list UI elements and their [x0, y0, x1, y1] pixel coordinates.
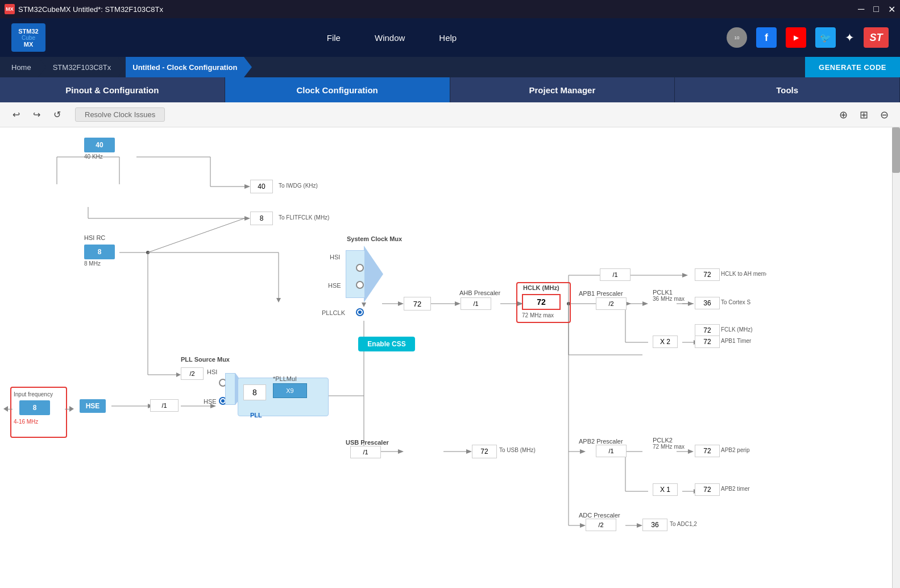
svg-point-11 — [146, 251, 150, 254]
generate-code-button[interactable]: GENERATE CODE — [805, 57, 900, 77]
file-menu[interactable]: File — [327, 33, 341, 43]
svg-marker-14 — [176, 372, 181, 377]
apb1-x2-box: X 2 — [653, 336, 678, 348]
lsi-freq-label: 40 KHz — [84, 154, 103, 160]
hsi-rc-label: HSI RC — [84, 234, 105, 241]
apb1-timer-label: APB1 Timer — [721, 338, 751, 344]
svg-marker-70 — [398, 449, 404, 454]
scroll-thumb[interactable] — [892, 127, 900, 173]
hse-radio[interactable] — [356, 281, 364, 289]
titlebar-left: MX STM32CubeMX Untitled*: STM32F103C8Tx — [5, 4, 163, 14]
titlebar: MX STM32CubeMX Untitled*: STM32F103C8Tx … — [0, 0, 900, 18]
apb2-timer-box: 72 — [695, 483, 720, 496]
usb-value-box: 72 — [472, 445, 497, 458]
pllmul-label: *PLLMul — [273, 375, 297, 382]
usb-div-select[interactable]: /1 — [350, 446, 381, 458]
usb-prescaler-label: USB Prescaler — [346, 439, 389, 446]
app-logo: MX — [5, 4, 15, 14]
hsi-freq-label: 8 MHz — [84, 260, 101, 267]
undo-button[interactable]: ↩ — [7, 106, 25, 124]
apb2-prescaler-label: APB2 Prescaler — [579, 438, 623, 445]
hsi-rc-box[interactable]: 8 — [84, 245, 115, 259]
usb-label: To USB (MHz) — [499, 447, 536, 453]
apb2-periph-box: 72 — [695, 445, 720, 457]
to-flitfclk-box: 8 — [250, 212, 273, 225]
breadcrumb-home[interactable]: Home — [5, 57, 38, 77]
zoom-out-button[interactable]: ⊖ — [875, 106, 893, 124]
reset-button[interactable]: ↺ — [48, 106, 66, 124]
tab-tools[interactable]: Tools — [675, 77, 900, 102]
redo-button[interactable]: ↪ — [27, 106, 45, 124]
pll-hsi-label: HSI — [207, 368, 217, 375]
svg-marker-65 — [580, 523, 586, 528]
pllclk-mux-label: PLLCLK — [322, 309, 345, 316]
menubar: STM32 Cube MX File Window Help 10 f ▶ 🐦 … — [0, 18, 900, 57]
cortex-div-select[interactable]: /1 — [600, 268, 631, 281]
help-menu[interactable]: Help — [439, 33, 457, 43]
ahb-prescaler-label: AHB Prescaler — [459, 289, 500, 296]
hsi-radio[interactable] — [356, 264, 364, 272]
hclk-max-label: 72 MHz max — [522, 312, 554, 318]
fclk-box: 72 — [695, 324, 720, 337]
hclk-ah-label: HCLK to AH memory an — [721, 271, 766, 277]
lsi-value-box[interactable]: 40 — [84, 138, 115, 152]
twitter-icon[interactable]: 🐦 — [815, 27, 836, 48]
hse-box[interactable]: HSE — [80, 399, 106, 413]
tab-pinout[interactable]: Pinout & Configuration — [0, 77, 225, 102]
svg-marker-58 — [688, 449, 694, 454]
window-controls[interactable]: ─ □ ✕ — [858, 4, 895, 15]
sysclk-mux-body — [346, 250, 365, 298]
zoom-in-button[interactable]: ⊕ — [834, 106, 852, 124]
star-icon[interactable]: ✦ — [845, 31, 855, 44]
resolve-clock-button[interactable]: Resolve Clock Issues — [75, 107, 165, 122]
apb1-periph-box: 36 — [695, 297, 720, 309]
scrollbar[interactable] — [892, 127, 900, 588]
hsi-mux-label: HSI — [330, 254, 340, 260]
menu-items: File Window Help — [80, 33, 704, 43]
pllmul-select[interactable]: X9 — [273, 383, 307, 398]
close-button[interactable]: ✕ — [888, 4, 895, 15]
hse-div1-select[interactable]: /1 — [150, 399, 179, 412]
sysclk-box[interactable]: 72 — [404, 297, 431, 310]
pll-label: PLL — [250, 412, 262, 419]
st-icon[interactable]: ST — [864, 27, 889, 48]
pclk1-label: PCLK1 — [653, 289, 673, 296]
fit-button[interactable]: ⊞ — [855, 106, 873, 124]
minimize-button[interactable]: ─ — [858, 4, 864, 15]
svg-marker-9 — [244, 216, 250, 221]
breadcrumb-chip[interactable]: STM32F103C8Tx — [46, 57, 118, 77]
svg-marker-42 — [682, 273, 688, 278]
hclk-input[interactable]: 72 — [522, 294, 561, 310]
cortex-label: To Cortex S — [721, 299, 750, 305]
app-logo-area: STM32 Cube MX — [11, 23, 45, 52]
facebook-icon[interactable]: f — [756, 27, 777, 48]
svg-marker-67 — [637, 523, 642, 528]
to-iwdg-label: To IWDG (KHz) — [279, 183, 318, 189]
pll-value-box[interactable]: 8 — [243, 384, 266, 400]
tab-clock[interactable]: Clock Configuration — [225, 77, 450, 102]
svg-marker-27 — [362, 303, 366, 307]
input-freq-value[interactable]: 8 — [19, 400, 50, 415]
pclk1-max-label: 36 MHz max — [653, 296, 685, 302]
badge-icon: 10 — [727, 27, 747, 48]
ahb-div-select[interactable]: /1 — [461, 297, 491, 310]
diagram-toolbar: ↩ ↪ ↺ Resolve Clock Issues ⊕ ⊞ ⊖ — [0, 102, 900, 127]
svg-marker-49 — [688, 301, 694, 306]
maximize-button[interactable]: □ — [873, 4, 879, 15]
pllclk-radio[interactable] — [356, 308, 364, 316]
pll-hse-label: HSE — [204, 398, 217, 405]
input-freq-box: Input frequency 8 4-16 MHz — [10, 387, 67, 438]
window-menu[interactable]: Window — [375, 33, 405, 43]
tab-project[interactable]: Project Manager — [450, 77, 675, 102]
breadcrumb-config[interactable]: Untitled - Clock Configuration — [126, 57, 244, 77]
apb1-div-select[interactable]: /2 — [596, 297, 627, 310]
youtube-icon[interactable]: ▶ — [786, 27, 806, 48]
adc-div-select[interactable]: /2 — [586, 519, 616, 531]
clock-diagram: 40 40 KHz 40 To IWDG (KHz) 8 To FLITFCLK… — [0, 127, 900, 588]
sysclk-mux-triangle — [364, 246, 383, 303]
apb2-div-select[interactable]: /1 — [596, 445, 627, 457]
enable-css-button[interactable]: Enable CSS — [358, 337, 415, 351]
diagram-lines — [0, 127, 900, 588]
fclk-label: FCLK (MHz) — [721, 326, 753, 333]
adc-value-box: 36 — [642, 519, 667, 531]
